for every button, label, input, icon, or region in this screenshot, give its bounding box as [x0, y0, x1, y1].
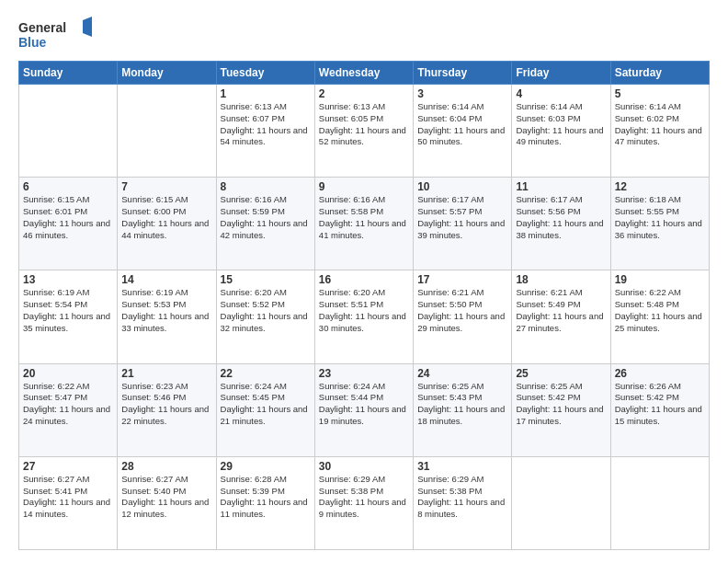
day-number: 14	[121, 273, 211, 286]
day-info: Sunrise: 6:29 AM Sunset: 5:38 PM Dayligh…	[417, 474, 507, 521]
calendar-cell: 18Sunrise: 6:21 AM Sunset: 5:49 PM Dayli…	[512, 270, 610, 363]
calendar-cell: 29Sunrise: 6:28 AM Sunset: 5:39 PM Dayli…	[216, 456, 314, 549]
day-info: Sunrise: 6:21 AM Sunset: 5:49 PM Dayligh…	[516, 287, 606, 334]
calendar-cell: 14Sunrise: 6:19 AM Sunset: 5:53 PM Dayli…	[118, 270, 216, 363]
day-info: Sunrise: 6:19 AM Sunset: 5:53 PM Dayligh…	[121, 287, 211, 334]
page: General Blue SundayMondayTuesdayWednesda…	[0, 0, 728, 563]
calendar-cell: 1Sunrise: 6:13 AM Sunset: 6:07 PM Daylig…	[216, 85, 314, 178]
calendar-cell: 9Sunrise: 6:16 AM Sunset: 5:58 PM Daylig…	[314, 178, 413, 270]
calendar-cell: 8Sunrise: 6:16 AM Sunset: 5:59 PM Daylig…	[216, 178, 314, 270]
day-info: Sunrise: 6:13 AM Sunset: 6:05 PM Dayligh…	[319, 101, 409, 148]
calendar-cell: 26Sunrise: 6:26 AM Sunset: 5:42 PM Dayli…	[610, 363, 709, 456]
day-number: 21	[121, 367, 211, 380]
day-info: Sunrise: 6:22 AM Sunset: 5:47 PM Dayligh…	[23, 381, 113, 428]
calendar-cell	[19, 85, 118, 178]
calendar-cell	[610, 456, 709, 549]
day-info: Sunrise: 6:25 AM Sunset: 5:42 PM Dayligh…	[516, 381, 606, 428]
day-info: Sunrise: 6:17 AM Sunset: 5:56 PM Dayligh…	[516, 194, 606, 241]
day-number: 19	[615, 273, 705, 286]
day-number: 8	[221, 180, 311, 193]
calendar-cell: 2Sunrise: 6:13 AM Sunset: 6:05 PM Daylig…	[314, 85, 413, 178]
day-info: Sunrise: 6:14 AM Sunset: 6:04 PM Dayligh…	[417, 101, 507, 148]
day-info: Sunrise: 6:20 AM Sunset: 5:52 PM Dayligh…	[221, 287, 311, 334]
day-info: Sunrise: 6:15 AM Sunset: 6:00 PM Dayligh…	[121, 194, 211, 241]
calendar-cell: 30Sunrise: 6:29 AM Sunset: 5:38 PM Dayli…	[314, 456, 413, 549]
day-info: Sunrise: 6:17 AM Sunset: 5:57 PM Dayligh…	[417, 194, 507, 241]
day-number: 7	[121, 180, 211, 193]
day-info: Sunrise: 6:19 AM Sunset: 5:54 PM Dayligh…	[23, 287, 113, 334]
day-info: Sunrise: 6:14 AM Sunset: 6:03 PM Dayligh…	[516, 101, 606, 148]
day-number: 9	[319, 180, 409, 193]
day-info: Sunrise: 6:14 AM Sunset: 6:02 PM Dayligh…	[615, 101, 705, 148]
day-number: 2	[319, 87, 409, 100]
calendar-cell: 6Sunrise: 6:15 AM Sunset: 6:01 PM Daylig…	[19, 178, 118, 270]
day-number: 15	[221, 273, 311, 286]
day-number: 26	[615, 367, 705, 380]
calendar-week-4: 20Sunrise: 6:22 AM Sunset: 5:47 PM Dayli…	[19, 363, 710, 456]
day-info: Sunrise: 6:27 AM Sunset: 5:41 PM Dayligh…	[23, 474, 113, 521]
day-number: 20	[23, 367, 113, 380]
calendar-header-row: SundayMondayTuesdayWednesdayThursdayFrid…	[19, 62, 710, 85]
calendar-cell: 20Sunrise: 6:22 AM Sunset: 5:47 PM Dayli…	[19, 363, 118, 456]
day-info: Sunrise: 6:20 AM Sunset: 5:51 PM Dayligh…	[319, 287, 409, 334]
weekday-header-sunday: Sunday	[19, 62, 118, 85]
weekday-header-thursday: Thursday	[414, 62, 512, 85]
calendar-cell: 22Sunrise: 6:24 AM Sunset: 5:45 PM Dayli…	[216, 363, 314, 456]
calendar-cell: 5Sunrise: 6:14 AM Sunset: 6:02 PM Daylig…	[610, 85, 709, 178]
calendar-cell: 28Sunrise: 6:27 AM Sunset: 5:40 PM Dayli…	[118, 456, 216, 549]
day-number: 30	[319, 460, 409, 473]
weekday-header-wednesday: Wednesday	[314, 62, 413, 85]
day-number: 31	[417, 460, 507, 473]
calendar-cell: 15Sunrise: 6:20 AM Sunset: 5:52 PM Dayli…	[216, 270, 314, 363]
calendar-cell: 13Sunrise: 6:19 AM Sunset: 5:54 PM Dayli…	[19, 270, 118, 363]
day-number: 12	[615, 180, 705, 193]
weekday-header-tuesday: Tuesday	[216, 62, 314, 85]
day-number: 11	[516, 180, 606, 193]
day-info: Sunrise: 6:29 AM Sunset: 5:38 PM Dayligh…	[319, 474, 409, 521]
day-number: 23	[319, 367, 409, 380]
day-info: Sunrise: 6:16 AM Sunset: 5:58 PM Dayligh…	[319, 194, 409, 241]
calendar-cell: 4Sunrise: 6:14 AM Sunset: 6:03 PM Daylig…	[512, 85, 610, 178]
calendar-cell: 10Sunrise: 6:17 AM Sunset: 5:57 PM Dayli…	[414, 178, 512, 270]
day-info: Sunrise: 6:13 AM Sunset: 6:07 PM Dayligh…	[221, 101, 311, 148]
calendar-cell: 12Sunrise: 6:18 AM Sunset: 5:55 PM Dayli…	[610, 178, 709, 270]
calendar-cell	[512, 456, 610, 549]
calendar-cell: 31Sunrise: 6:29 AM Sunset: 5:38 PM Dayli…	[414, 456, 512, 549]
calendar-cell: 19Sunrise: 6:22 AM Sunset: 5:48 PM Dayli…	[610, 270, 709, 363]
weekday-header-saturday: Saturday	[610, 62, 709, 85]
calendar-week-1: 1Sunrise: 6:13 AM Sunset: 6:07 PM Daylig…	[19, 85, 710, 178]
day-number: 6	[23, 180, 113, 193]
calendar-cell: 27Sunrise: 6:27 AM Sunset: 5:41 PM Dayli…	[19, 456, 118, 549]
calendar-cell	[118, 85, 216, 178]
header: General Blue	[18, 17, 710, 52]
day-number: 16	[319, 273, 409, 286]
logo: General Blue	[18, 17, 92, 52]
day-number: 28	[121, 460, 211, 473]
weekday-header-friday: Friday	[512, 62, 610, 85]
calendar-cell: 16Sunrise: 6:20 AM Sunset: 5:51 PM Dayli…	[314, 270, 413, 363]
day-number: 24	[417, 367, 507, 380]
day-number: 29	[221, 460, 311, 473]
day-number: 27	[23, 460, 113, 473]
day-info: Sunrise: 6:27 AM Sunset: 5:40 PM Dayligh…	[121, 474, 211, 521]
day-number: 13	[23, 273, 113, 286]
day-info: Sunrise: 6:23 AM Sunset: 5:46 PM Dayligh…	[121, 381, 211, 428]
day-info: Sunrise: 6:28 AM Sunset: 5:39 PM Dayligh…	[221, 474, 311, 521]
day-number: 25	[516, 367, 606, 380]
day-info: Sunrise: 6:21 AM Sunset: 5:50 PM Dayligh…	[417, 287, 507, 334]
svg-text:Blue: Blue	[18, 35, 47, 50]
day-info: Sunrise: 6:26 AM Sunset: 5:42 PM Dayligh…	[615, 381, 705, 428]
calendar-cell: 11Sunrise: 6:17 AM Sunset: 5:56 PM Dayli…	[512, 178, 610, 270]
svg-text:General: General	[18, 20, 66, 35]
day-info: Sunrise: 6:16 AM Sunset: 5:59 PM Dayligh…	[221, 194, 311, 241]
day-number: 10	[417, 180, 507, 193]
calendar-cell: 3Sunrise: 6:14 AM Sunset: 6:04 PM Daylig…	[414, 85, 512, 178]
day-number: 5	[615, 87, 705, 100]
calendar-cell: 25Sunrise: 6:25 AM Sunset: 5:42 PM Dayli…	[512, 363, 610, 456]
calendar-week-3: 13Sunrise: 6:19 AM Sunset: 5:54 PM Dayli…	[19, 270, 710, 363]
calendar-cell: 17Sunrise: 6:21 AM Sunset: 5:50 PM Dayli…	[414, 270, 512, 363]
day-info: Sunrise: 6:24 AM Sunset: 5:45 PM Dayligh…	[221, 381, 311, 428]
logo-svg: General Blue	[18, 17, 92, 52]
day-number: 4	[516, 87, 606, 100]
calendar-week-5: 27Sunrise: 6:27 AM Sunset: 5:41 PM Dayli…	[19, 456, 710, 549]
